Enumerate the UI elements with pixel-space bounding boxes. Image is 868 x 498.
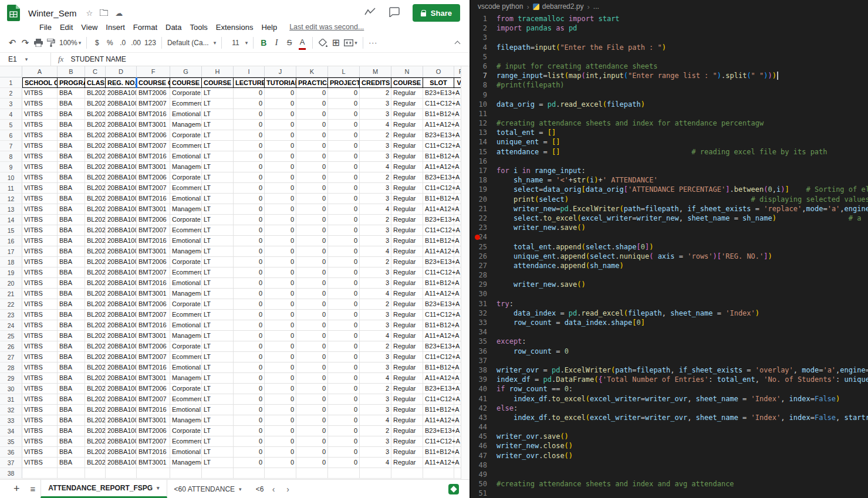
cell[interactable]: B11+B12+A (423, 320, 454, 331)
code-text[interactable]: index_df = pd.DataFrame({'Total Number o… (497, 375, 868, 384)
cell[interactable]: B11+B12+A (423, 278, 454, 289)
cell[interactable]: Managemen (170, 458, 202, 468)
cell[interactable]: C11+C12+A (423, 183, 454, 194)
cell[interactable]: BBA (58, 415, 85, 426)
cell[interactable]: LT (202, 162, 234, 172)
cell[interactable]: B23+E13+A (423, 215, 454, 225)
cell[interactable]: 4 (360, 246, 391, 257)
cell[interactable]: 0 (234, 130, 265, 141)
cell[interactable]: BL2021 (85, 363, 106, 373)
cell[interactable] (137, 468, 170, 479)
cell[interactable]: BMT2007 (137, 183, 170, 194)
cell[interactable]: VITBS (22, 246, 58, 257)
code-line[interactable]: 31try: (471, 299, 868, 309)
all-sheets-menu-button[interactable]: ≡ (25, 484, 41, 494)
redo-button[interactable]: ↷ (19, 36, 32, 50)
cell[interactable]: BL2021 (85, 310, 106, 320)
column-letter-P[interactable]: P (454, 66, 461, 77)
code-line[interactable]: 43 index_df.to_excel(excel_writer=writer… (471, 413, 868, 422)
cell[interactable]: LT (202, 257, 234, 267)
row-number[interactable]: 32 (0, 405, 22, 415)
cell[interactable]: BBA (58, 204, 85, 215)
cell[interactable]: 20BBA1001 (106, 130, 137, 141)
cell[interactable]: SCHOOL CODE (22, 77, 58, 88)
cell[interactable]: VITBS (22, 109, 58, 120)
cell[interactable]: VITBS (22, 299, 58, 310)
cell[interactable]: 0 (265, 204, 296, 215)
cell[interactable]: 0 (296, 278, 328, 289)
cell[interactable]: Regular (391, 394, 423, 405)
cell[interactable]: BBA (58, 278, 85, 289)
cell[interactable]: BL2021 (85, 436, 106, 447)
cell[interactable]: BL2021 (85, 99, 106, 109)
cell[interactable]: 0 (328, 246, 360, 257)
cell[interactable]: Managemen (170, 415, 202, 426)
cell[interactable]: BL2021 (85, 267, 106, 278)
column-letter-N[interactable]: N (391, 66, 423, 77)
code-text[interactable]: range_input=list(map(int,input("Enter ra… (497, 71, 778, 80)
cell[interactable]: BBA (58, 225, 85, 236)
menu-view[interactable]: View (77, 22, 102, 32)
decrease-decimal-button[interactable]: .0 (116, 36, 129, 50)
cell[interactable]: 0 (296, 426, 328, 436)
cell[interactable]: LT (202, 447, 234, 458)
line-number[interactable]: 27 (471, 261, 497, 270)
line-number[interactable]: 45 (471, 432, 497, 441)
cell[interactable]: Managemen (170, 289, 202, 299)
line-number[interactable]: 25 (471, 242, 497, 252)
cell[interactable]: Ecommerce (170, 225, 202, 236)
cell[interactable]: 0 (296, 363, 328, 373)
cell[interactable]: 0 (328, 109, 360, 120)
code-text[interactable]: attendance = [] # reading excel file by … (497, 147, 828, 157)
cell[interactable]: VITBS (22, 426, 58, 436)
cell[interactable]: Emotional I (170, 447, 202, 458)
font-family-select[interactable]: Default (Ca... ▾ (166, 36, 218, 50)
chevron-down-icon[interactable]: ▾ (239, 486, 242, 492)
cell[interactable]: BL2021 (85, 373, 106, 384)
cell[interactable]: 3 (360, 194, 391, 204)
cell[interactable]: 0 (234, 183, 265, 194)
cell[interactable]: 0 (234, 120, 265, 130)
cell[interactable]: 20BBA1001 (106, 352, 137, 363)
row-number[interactable]: 22 (0, 299, 22, 310)
line-number[interactable]: 12 (471, 118, 497, 128)
cell[interactable]: 20BBA1001 (106, 215, 137, 225)
cell[interactable]: Emotional I (170, 278, 202, 289)
cell[interactable]: BL2021 (85, 225, 106, 236)
cell[interactable]: BL2021 (85, 141, 106, 151)
cell[interactable]: 20BBA1001 (106, 299, 137, 310)
cell[interactable]: 0 (265, 236, 296, 246)
cell[interactable]: BL2021 (85, 426, 106, 436)
format-currency-button[interactable]: $ (90, 36, 103, 50)
cell[interactable]: 0 (296, 299, 328, 310)
cell[interactable]: B23+E13+A (423, 172, 454, 183)
row-number[interactable]: 29 (0, 373, 22, 384)
cell[interactable]: A11+A12+A (423, 458, 454, 468)
code-line[interactable]: 28 (471, 270, 868, 280)
cell[interactable]: BMT2006 (137, 384, 170, 394)
cell[interactable]: 0 (234, 204, 265, 215)
cell[interactable]: 20BBA1001 (106, 373, 137, 384)
cell[interactable]: BMT2006 (137, 215, 170, 225)
cell[interactable] (106, 468, 137, 479)
cell[interactable]: 2 (360, 426, 391, 436)
cell[interactable]: BL2021 (85, 384, 106, 394)
cell[interactable]: 0 (234, 194, 265, 204)
cell[interactable]: 0 (265, 341, 296, 352)
cell[interactable]: PRACTICAL (296, 77, 328, 88)
cell[interactable]: 0 (234, 310, 265, 320)
cell[interactable]: COURSE CODE (137, 77, 170, 88)
cell[interactable]: 0 (265, 172, 296, 183)
code-text[interactable]: total_ent = [] (497, 128, 556, 137)
line-number[interactable]: 49 (471, 470, 497, 479)
cell[interactable]: Ecommerce (170, 99, 202, 109)
row-number[interactable]: 10 (0, 172, 22, 183)
code-text[interactable]: for i in range_input: (497, 166, 586, 175)
cell[interactable]: 0 (328, 278, 360, 289)
cell[interactable]: C11+C12+A (423, 141, 454, 151)
cell[interactable]: BMT3001 (137, 373, 170, 384)
cell[interactable]: 0 (234, 162, 265, 172)
line-number[interactable]: 11 (471, 109, 497, 118)
row-number[interactable]: 5 (0, 120, 22, 130)
cell[interactable]: A11+A12+A (423, 162, 454, 172)
